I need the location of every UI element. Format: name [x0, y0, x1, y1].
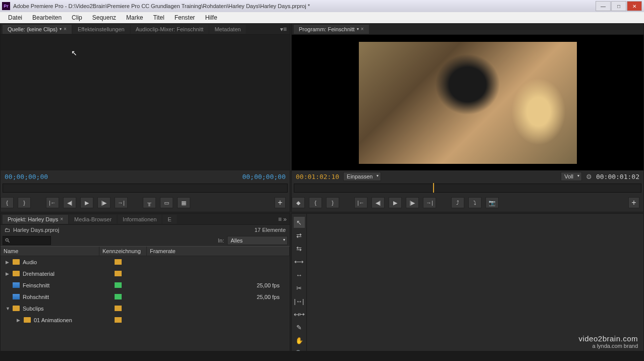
go-to-out-button[interactable]: →| — [115, 197, 128, 208]
tab-info[interactable]: Informationen — [118, 215, 162, 224]
mark-in-button[interactable]: { — [1, 197, 14, 208]
step-forward-button[interactable]: |▶ — [406, 197, 419, 208]
go-to-out-button[interactable]: →| — [423, 197, 436, 208]
close-icon[interactable]: × — [60, 216, 63, 222]
item-name: Subclips — [21, 306, 96, 312]
minimize-button[interactable]: — — [596, 1, 611, 11]
resolution-dropdown[interactable]: Voll — [561, 172, 582, 181]
menu-hilfe[interactable]: Hilfe — [200, 13, 222, 22]
dropdown-caret-icon[interactable]: ▾ — [357, 27, 359, 31]
tab-program[interactable]: Programm: Feinschnitt ▾ × — [294, 25, 369, 34]
col-label-header[interactable]: Kennzeichnung — [99, 247, 147, 256]
project-item[interactable]: ▼Subclips — [1, 303, 290, 314]
project-item[interactable]: ▶01 Animationen — [1, 314, 290, 326]
item-label-chip[interactable] — [96, 317, 140, 323]
source-out-timecode[interactable]: 00;00;00;00 — [242, 173, 286, 180]
go-to-in-button[interactable]: |← — [354, 197, 367, 208]
mark-out-button[interactable]: } — [18, 197, 31, 208]
dropdown-caret-icon[interactable]: ▾ — [60, 27, 62, 31]
rolling-edit-tool[interactable]: ⟷ — [294, 256, 305, 267]
selection-tool[interactable]: ↖ — [294, 217, 305, 228]
program-timebar[interactable] — [294, 184, 641, 193]
twisty-icon[interactable]: ▶ — [6, 260, 12, 265]
item-name: Drehmaterial — [21, 271, 96, 277]
play-button[interactable]: ▶ — [389, 197, 402, 208]
project-item[interactable]: ▶Drehmaterial — [1, 268, 290, 279]
add-button[interactable]: + — [275, 197, 286, 208]
program-duration-timecode[interactable]: 00:00:01:02 — [596, 173, 639, 180]
extract-button[interactable]: ⤵ — [468, 197, 481, 208]
twisty-icon[interactable]: ▶ — [17, 318, 23, 323]
step-back-button[interactable]: ◀| — [63, 197, 76, 208]
program-viewer[interactable] — [292, 35, 643, 170]
close-button[interactable]: ✕ — [627, 1, 642, 11]
source-timebar[interactable] — [3, 184, 288, 193]
step-back-button[interactable]: ◀| — [371, 197, 385, 208]
tab-metadata[interactable]: Metadaten — [209, 25, 246, 34]
panel-menu-icon[interactable]: ▾≡ — [277, 26, 290, 33]
panel-menu-icon[interactable]: ≡ » — [275, 216, 290, 223]
item-label-chip[interactable] — [96, 259, 140, 265]
rate-stretch-tool[interactable]: ↔ — [294, 269, 305, 280]
mark-out-button[interactable]: } — [326, 197, 339, 208]
tab-audio-mixer[interactable]: Audioclip-Mixer: Feinschnitt — [131, 25, 209, 34]
tab-media-browser[interactable]: Media-Browser — [69, 215, 117, 224]
track-select-tool[interactable]: ⇄ — [294, 230, 305, 241]
pen-tool[interactable]: ✎ — [294, 322, 305, 333]
source-viewer[interactable]: ↖ — [1, 35, 290, 170]
twisty-icon[interactable]: ▼ — [6, 306, 12, 311]
overwrite-button[interactable]: ▭ — [160, 197, 173, 208]
slide-tool[interactable]: ↤↦ — [294, 309, 305, 320]
menu-titel[interactable]: Titel — [148, 13, 169, 22]
tab-effects[interactable]: Effekteinstellungen — [73, 25, 130, 34]
source-in-timecode[interactable]: 00;00;00;00 — [5, 173, 48, 180]
mark-in-button[interactable]: { — [309, 197, 322, 208]
lift-button[interactable]: ⤴ — [451, 197, 464, 208]
go-to-in-button[interactable]: |← — [46, 197, 59, 208]
col-rate-header[interactable]: Framerate — [147, 247, 290, 256]
menu-clip[interactable]: Clip — [67, 13, 87, 22]
menu-sequenz[interactable]: Sequenz — [87, 13, 121, 22]
item-name: Audio — [21, 259, 96, 265]
ripple-edit-tool[interactable]: ⇆ — [294, 243, 305, 254]
project-item[interactable]: Feinschnitt25,00 fps — [1, 279, 290, 291]
item-label-chip[interactable] — [96, 306, 140, 311]
tab-source[interactable]: Quelle: (keine Clips) ▾ × — [3, 25, 72, 34]
slip-tool[interactable]: |↔| — [294, 295, 305, 307]
menu-datei[interactable]: Datei — [3, 13, 27, 22]
project-sub-header: 🗀 Harley Days.prproj 17 Elemente — [1, 225, 290, 235]
item-label-chip[interactable] — [96, 282, 140, 288]
project-item[interactable]: Rohschnitt25,00 fps — [1, 291, 290, 303]
menu-bearbeiten[interactable]: Bearbeiten — [27, 13, 67, 22]
video-frame — [359, 42, 577, 164]
add-marker-button[interactable]: ◆ — [292, 197, 305, 208]
step-forward-button[interactable]: |▶ — [97, 197, 111, 208]
play-button[interactable]: ▶ — [80, 197, 93, 208]
tab-project[interactable]: Projekt: Harley Days × — [3, 215, 68, 224]
tab-effects-e[interactable]: E — [163, 215, 176, 224]
filter-scope-dropdown[interactable]: Alles — [227, 236, 288, 245]
maximize-button[interactable]: □ — [611, 1, 626, 11]
menu-marke[interactable]: Marke — [121, 13, 148, 22]
hand-tool[interactable]: ✋ — [294, 335, 305, 346]
add-button[interactable]: + — [628, 197, 639, 208]
item-label-chip[interactable] — [96, 271, 140, 276]
close-icon[interactable]: × — [361, 26, 364, 32]
project-item[interactable]: ▶Audio — [1, 256, 290, 268]
twisty-icon[interactable]: ▶ — [6, 271, 12, 276]
razor-tool[interactable]: ✂ — [294, 282, 305, 293]
col-name-header[interactable]: Name — [1, 247, 99, 256]
insert-button[interactable]: ╥ — [143, 197, 156, 208]
fit-dropdown[interactable]: Einpassen — [343, 172, 381, 181]
source-timecode-row: 00;00;00;00 00;00;00;00 — [1, 170, 290, 183]
export-frame-button[interactable]: ▦ — [177, 197, 190, 208]
program-playhead-timecode[interactable]: 00:01:02:10 — [296, 173, 339, 180]
menu-fenster[interactable]: Fenster — [170, 13, 200, 22]
gear-icon[interactable]: ⚙ — [586, 173, 592, 180]
export-frame-button[interactable]: 📷 — [486, 197, 499, 208]
search-input[interactable] — [3, 236, 51, 245]
program-playhead-marker[interactable] — [433, 183, 434, 193]
project-filter-row: In: Alles — [1, 235, 290, 246]
item-label-chip[interactable] — [96, 294, 140, 299]
close-icon[interactable]: × — [64, 26, 67, 32]
